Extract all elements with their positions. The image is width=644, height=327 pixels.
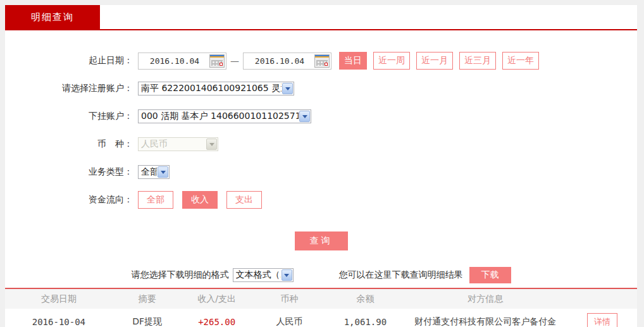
quick-range-buttons: 当日 近一周 近一月 近三月 近一年 [339,52,539,70]
chevron-down-icon [206,139,217,150]
header-balance: 余额 [327,289,403,309]
currency-value: 人民币 [141,139,206,150]
table-header-row: 交易日期 摘要 收入/支出 币种 余额 对方信息 [5,289,637,309]
tab-bar: 明细查询 [5,5,637,30]
header-date: 交易日期 [5,289,113,309]
download-button[interactable]: 下载 [469,267,511,283]
cell-balance: 1,061.90 [327,309,403,327]
download-format-label: 请您选择下载明细的格式 [132,269,229,281]
end-date-field[interactable] [243,52,331,70]
chevron-down-icon[interactable] [158,166,168,178]
cell-summary: DF提现 [113,309,182,327]
register-account-row: 请选择注册账户： 南平 6222001406100921065 灵通卡 [5,75,637,102]
chevron-down-icon[interactable] [282,269,292,281]
detail-query-panel: 明细查询 起止日期： — 当日 近一周 近一月 近三月 [5,5,637,327]
register-account-value: 南平 6222001406100921065 灵通卡 [141,83,282,94]
header-action [567,289,637,309]
business-type-row: 业务类型： 全部 [5,158,637,186]
date-separator: — [230,56,239,66]
tab-detail-query[interactable]: 明细查询 [5,5,100,29]
results-table: 交易日期 摘要 收入/支出 币种 余额 对方信息 2016-10-04 DF提现… [5,289,637,327]
cell-amount: +265.00 [182,309,252,327]
header-summary: 摘要 [113,289,182,309]
flow-expense-button[interactable]: 支出 [226,191,262,209]
calendar-icon[interactable] [209,54,225,68]
business-type-select[interactable]: 全部 [138,165,170,179]
range-week-button[interactable]: 近一周 [373,52,410,70]
register-account-select[interactable]: 南平 6222001406100921065 灵通卡 [138,82,294,96]
register-account-label: 请选择注册账户： [5,83,138,94]
chevron-down-icon[interactable] [299,111,310,122]
range-today-button[interactable]: 当日 [339,52,367,70]
flow-income-button[interactable]: 收入 [182,191,218,209]
range-quarter-button[interactable]: 近三月 [459,52,496,70]
cell-date: 2016-10-04 [5,309,113,327]
business-type-value: 全部 [141,166,157,178]
cell-currency: 人民币 [252,309,328,327]
fund-flow-row: 资金流向： 全部 收入 支出 [5,186,637,214]
query-row: 查询 [5,231,637,250]
sub-account-label: 下挂账户： [5,111,138,122]
header-counterparty: 对方信息 [403,289,567,309]
date-range-row: 起止日期： — 当日 近一周 近一月 近三月 近一年 [5,47,637,75]
range-month-button[interactable]: 近一月 [416,52,453,70]
chevron-down-icon[interactable] [282,83,293,94]
content-area: 起止日期： — 当日 近一周 近一月 近三月 近一年 [5,30,637,326]
download-format-value: 文本格式（.txt） [236,269,281,281]
detail-button[interactable]: 详情 [587,313,617,327]
end-date-input[interactable] [245,56,314,66]
table-row: 2016-10-04 DF提现 +265.00 人民币 1,061.90 财付通… [5,309,637,327]
sub-account-row: 下挂账户： 000 活期 基本户 1406600101102571848 [5,102,637,130]
cell-counterparty: 财付通支付科技有限公司客户备付金 [403,309,567,327]
calendar-icon[interactable] [314,54,330,68]
download-hint: 您可以在这里下载查询明细结果 [339,269,463,281]
download-row: 请您选择下载明细的格式 文本格式（.txt） 您可以在这里下载查询明细结果 下载 [5,267,637,283]
fund-flow-label: 资金流向： [5,194,138,206]
query-button[interactable]: 查询 [295,231,348,250]
fund-flow-buttons: 全部 收入 支出 [138,191,262,209]
filter-form: 起止日期： — 当日 近一周 近一月 近三月 近一年 [5,30,637,289]
sub-account-select[interactable]: 000 活期 基本户 1406600101102571848 [138,109,311,123]
currency-label: 币 种： [5,139,138,150]
date-range-label: 起止日期： [5,55,138,66]
currency-select: 人民币 [138,137,218,151]
range-year-button[interactable]: 近一年 [502,52,539,70]
download-format-select[interactable]: 文本格式（.txt） [233,268,294,282]
start-date-field[interactable] [138,52,226,70]
business-type-label: 业务类型： [5,166,138,178]
start-date-input[interactable] [140,56,209,66]
sub-account-value: 000 活期 基本户 1406600101102571848 [141,111,299,122]
currency-row: 币 种： 人民币 [5,130,637,158]
header-currency: 币种 [252,289,328,309]
header-amount: 收入/支出 [182,289,252,309]
flow-all-button[interactable]: 全部 [138,191,173,209]
